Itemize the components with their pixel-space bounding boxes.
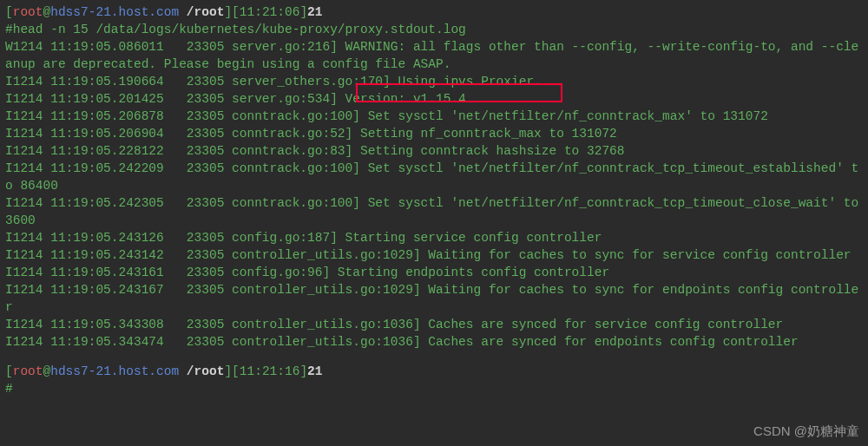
prompt-time: 11:21:06 (240, 5, 300, 19)
prompt-host: hdss7-21.host.com (50, 5, 179, 19)
command-line: #head -n 15 /data/logs/kubernetes/kube-p… (5, 21, 863, 38)
prompt-host: hdss7-21.host.com (50, 364, 179, 378)
cursor-line[interactable]: # (5, 380, 863, 397)
prompt-user: root (13, 5, 43, 19)
prompt-line-1: [root@hdss7-21.host.com /root][11:21:06]… (5, 3, 863, 21)
terminal-output[interactable]: [root@hdss7-21.host.com /root][11:21:06]… (5, 3, 863, 397)
prompt-line-2: [root@hdss7-21.host.com /root][11:21:16]… (5, 363, 863, 380)
prompt-cwd: /root (187, 5, 225, 19)
prompt-hist: 21 (307, 364, 322, 378)
prompt-cwd: /root (187, 364, 225, 378)
watermark: CSDN @奶糖神童 (753, 423, 859, 441)
log-output: W1214 11:19:05.086011 23305 server.go:21… (5, 38, 863, 351)
prompt-time: 11:21:16 (240, 364, 300, 378)
prompt-user: root (13, 364, 43, 378)
prompt-hist: 21 (307, 5, 322, 19)
